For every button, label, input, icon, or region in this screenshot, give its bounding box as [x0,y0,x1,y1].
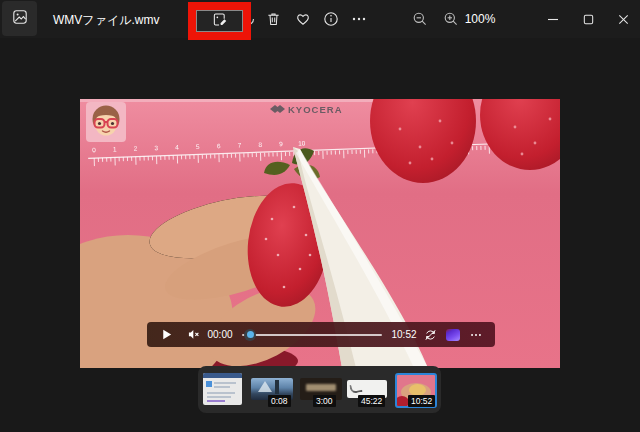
see-more-icon[interactable] [351,11,367,27]
zoom-in-icon[interactable] [443,11,459,27]
player-controls-bar: 00:00 10:52 [147,322,495,347]
svg-text:9: 9 [279,140,283,147]
play-button[interactable] [156,327,176,343]
favorite-heart-icon[interactable] [295,11,311,27]
title-bar: WMVファイル.wmv [0,0,640,38]
annotation-highlight-box [188,2,251,40]
duration-badge: 0:08 [268,395,291,407]
svg-text:1: 1 [113,145,117,152]
svg-text:5: 5 [196,143,200,150]
svg-text:KYOCERA: KYOCERA [288,104,343,115]
svg-text:6: 6 [217,142,221,149]
total-time: 10:52 [388,329,420,340]
svg-text:2: 2 [134,145,138,152]
seek-thumb[interactable] [244,329,256,341]
window-title: WMVファイル.wmv [53,12,159,29]
edit-button[interactable] [196,10,243,32]
seek-slider[interactable] [242,328,382,342]
svg-text:10: 10 [298,139,306,146]
edit-image-icon [212,12,227,31]
avatar-watermark [86,102,126,142]
maximize-button[interactable] [580,11,596,27]
duration-badge: 3:00 [313,395,336,407]
repeat-off-icon[interactable] [420,327,440,343]
photos-app-window: WMVファイル.wmv [0,0,640,432]
svg-text:3: 3 [154,144,158,151]
photos-app-icon [12,9,28,29]
minimize-button[interactable] [545,11,561,27]
zoom-level-label[interactable]: 100% [462,12,498,26]
delete-button[interactable] [265,11,281,27]
svg-text:8: 8 [258,141,262,148]
info-icon[interactable] [323,11,339,27]
filmstrip-item-1[interactable] [203,373,242,405]
close-button[interactable] [615,11,631,27]
svg-text:7: 7 [238,141,242,148]
clipchamp-icon[interactable] [446,329,460,341]
video-canvas[interactable]: 012345678910 KYOCERA [80,99,560,368]
mute-icon[interactable] [184,327,204,343]
seek-track[interactable] [242,334,382,336]
player-more-icon[interactable] [466,327,486,343]
svg-text:4: 4 [175,143,179,150]
duration-badge: 45:22 [358,395,385,407]
zoom-out-icon[interactable] [412,11,428,27]
gallery-button[interactable] [2,1,37,36]
current-time: 00:00 [204,329,236,340]
svg-text:0: 0 [92,146,96,153]
duration-badge: 10:52 [408,395,435,407]
